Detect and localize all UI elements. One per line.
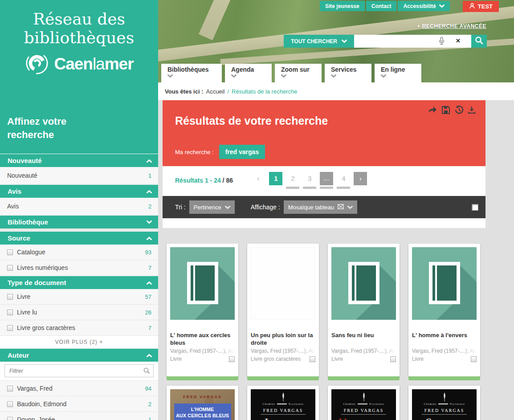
result-type: Livre (170, 356, 182, 362)
clear-search-icon[interactable]: ✕ (456, 37, 461, 44)
page-2[interactable]: 2 (286, 172, 299, 189)
result-card[interactable]: Un peu plus loin sur la droite Vargas, F… (247, 244, 319, 376)
tab-zoom-sur[interactable]: Zoom sur (275, 64, 322, 82)
prev-page-icon[interactable]: ‹ (257, 175, 259, 183)
my-search-label: Ma recherche : (175, 149, 214, 155)
facet-count: 2 (148, 203, 151, 210)
page-4[interactable]: 4 (337, 172, 350, 189)
main-area: Site jeunesse Contact Accessibilité TEST… (158, 0, 514, 420)
result-type: Livre gros caractères (251, 356, 301, 362)
result-card[interactable]: Sans feu ni lieu Vargas, Fred (1957-....… (328, 244, 400, 376)
result-title: L' homme aux cercles bleus (170, 331, 235, 347)
facet-item-catalogue[interactable]: Catalogue 93 (0, 245, 158, 260)
result-card[interactable]: FRED VARGAS L'HOMME AUX CERCLES BLEUS (167, 386, 238, 420)
checkbox[interactable] (7, 294, 13, 300)
microphone-icon[interactable] (438, 37, 445, 47)
checkbox[interactable] (7, 265, 13, 271)
search-scope-dropdown[interactable]: TOUT CHERCHER (284, 35, 354, 48)
page-1[interactable]: 1 (269, 172, 282, 185)
download-icon[interactable] (468, 106, 476, 114)
facet-header-bibliotheque[interactable]: Bibliothèque (0, 216, 158, 228)
select-result-checkbox[interactable] (390, 356, 396, 362)
save-icon[interactable] (441, 106, 450, 114)
tab-en-ligne[interactable]: En ligne (375, 64, 421, 82)
facet-header-nouveaute[interactable]: Nouveauté (0, 154, 158, 167)
search-icon (474, 36, 484, 47)
site-logo[interactable]: Réseau des bibliothèques Caenlamer (0, 0, 158, 77)
chevron-down-icon (281, 74, 286, 78)
checkbox[interactable] (7, 310, 13, 315)
select-result-checkbox[interactable] (310, 356, 315, 362)
topbar-link-site-jeunesse[interactable]: Site jeunesse (320, 1, 365, 11)
facet-item-avis[interactable]: Avis 2 (0, 198, 158, 215)
breadcrumb-current: Résultats de la recherche (232, 88, 297, 95)
result-card[interactable]: L' homme aux cercles bleus Vargas, Fred … (167, 244, 238, 376)
select-result-checkbox[interactable] (471, 356, 477, 362)
results-count: Résultats 1 - 24 / 86 (175, 177, 233, 184)
checkbox[interactable] (7, 386, 13, 391)
search-query-chip[interactable]: fred vargas (219, 145, 265, 159)
checkbox[interactable] (7, 249, 13, 255)
result-title: Un peu plus loin sur la droite (251, 331, 315, 347)
book-cover-image: CheminsNocturnes FRED VARGAS SANS FEUNI … (412, 389, 477, 420)
facet-item-baudoin-edmond[interactable]: Baudoin, Edmond 2 (0, 396, 158, 412)
sidebar: Réseau des bibliothèques Caenlamer (0, 0, 158, 420)
facet-header-type-document[interactable]: Type de document (0, 276, 158, 289)
book-cover-image: FRED VARGAS L'HOMME AUX CERCLES BLEUS (170, 389, 235, 420)
result-card[interactable]: L' homme à l'envers Vargas, Fred (1957-.… (408, 244, 480, 376)
facet-item-doyon-josee[interactable]: Doyon, Josée 1 (0, 412, 158, 420)
topbar-link-contact[interactable]: Contact (366, 1, 397, 11)
facet-item-livre-gros-caracteres[interactable]: Livre gros caractères 7 (0, 320, 158, 336)
advanced-search-link[interactable]: + RECHERCHE AVANCÉE (417, 23, 486, 29)
tab-bibliotheques[interactable]: Bibliothèques (161, 64, 222, 82)
facet-count: 1 (148, 416, 151, 420)
facet-item-livre[interactable]: Livre 57 (0, 289, 158, 305)
checkbox[interactable] (7, 325, 13, 331)
photo-path (199, 0, 240, 40)
checkbox[interactable] (7, 401, 13, 407)
search-input[interactable] (354, 35, 434, 48)
book-cover-image: CheminsNocturnes FRED VARGAS L'HOMMEA L'… (251, 389, 315, 420)
share-icon[interactable] (428, 106, 437, 114)
chevron-up-icon (147, 354, 152, 357)
book-placeholder-image (412, 247, 477, 320)
result-card[interactable]: CheminsNocturnes FRED VARGAS UN PEU PLUS… (328, 386, 400, 420)
facet-item-vargas-fred[interactable]: Vargas, Fred 94 (0, 381, 158, 396)
topbar-link-accessibilite[interactable]: Accessibilité (398, 1, 449, 11)
chevron-up-icon (147, 237, 152, 240)
card-accent-strip (408, 376, 480, 380)
next-page-button[interactable]: › (354, 172, 367, 185)
checkbox[interactable] (7, 417, 13, 420)
facet-item-livres-numeriques[interactable]: Livres numériques 7 (0, 260, 158, 276)
facet-item-livre-lu[interactable]: Livre lu 26 (0, 305, 158, 320)
author-filter-input[interactable] (4, 364, 154, 377)
result-type: Livre (412, 356, 424, 362)
page-3[interactable]: 3 (303, 172, 316, 189)
display-dropdown[interactable]: Mosaïque tableau (284, 200, 357, 214)
result-card[interactable]: CheminsNocturnes FRED VARGAS L'HOMMEA L'… (247, 386, 319, 420)
tab-services[interactable]: Services (325, 64, 371, 82)
voir-plus-button[interactable]: VOIR PLUS (2) + (0, 336, 158, 348)
facet-header-avis[interactable]: Avis (0, 185, 158, 198)
author-filter-row (0, 362, 158, 381)
sidebar-hero: Réseau des bibliothèques Caenlamer (0, 0, 158, 154)
history-icon[interactable] (454, 106, 464, 114)
select-all-checkbox[interactable] (472, 204, 478, 211)
result-author: Vargas, Fred (1957-....), Au (412, 348, 477, 354)
search-submit-button[interactable] (471, 35, 487, 48)
tab-agenda[interactable]: Agenda (225, 64, 272, 82)
sort-dropdown[interactable]: Pertinence (189, 200, 235, 214)
breadcrumb-home-link[interactable]: Accueil (206, 88, 224, 95)
facet-count: 1 (148, 172, 151, 179)
chevron-down-icon (439, 3, 445, 9)
facet-header-source[interactable]: Source (0, 232, 158, 245)
chevron-up-icon (147, 190, 152, 193)
account-test-button[interactable]: TEST (463, 1, 499, 12)
result-card[interactable]: CheminsNocturnes FRED VARGAS SANS FEUNI … (408, 386, 480, 420)
facet-item-nouveaute[interactable]: Nouveauté 1 (0, 167, 158, 184)
feather-icon (281, 393, 286, 402)
book-placeholder-image (170, 247, 235, 320)
page-ellipsis[interactable]: ... (320, 172, 333, 189)
select-result-checkbox[interactable] (229, 356, 235, 362)
facet-header-auteur[interactable]: Auteur (0, 349, 158, 362)
